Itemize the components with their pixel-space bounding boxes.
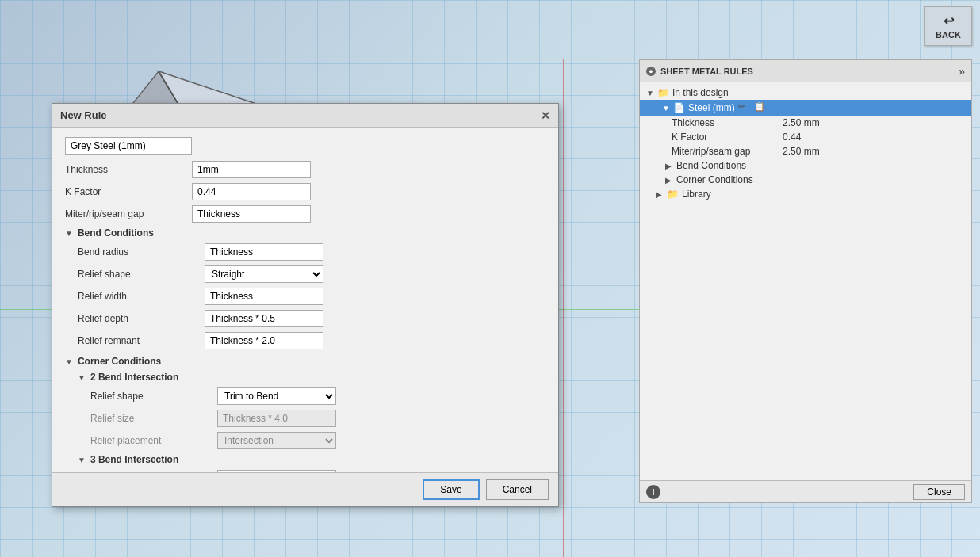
smr-library-arrow: ▶ [656, 190, 664, 199]
smr-library[interactable]: ▶ 📁 Library [640, 187, 971, 201]
relief-remnant-label: Relief remnant [78, 335, 205, 346]
smr-bend-arrow: ▶ [665, 162, 673, 170]
smr-info-bar: i Close [640, 480, 971, 502]
smr-kfactor-row: K Factor 0.44 [640, 130, 971, 144]
smr-thickness-value: 2.50 mm [783, 117, 820, 128]
dialog-titlebar: New Rule ✕ [52, 104, 558, 128]
smr-folder-icon: 📁 [657, 87, 669, 98]
relief-shape-select[interactable]: Straight Round Tear Square [205, 265, 323, 283]
two-bend-relief-shape-label: Relief shape [90, 391, 217, 402]
two-bend-relief-shape-select[interactable]: Trim to Bend Round Square No Relief [217, 387, 336, 405]
back-label: BACK [936, 30, 961, 40]
smr-panel-header: ● SHEET METAL RULES » [640, 60, 971, 82]
thickness-input[interactable] [192, 161, 311, 178]
miter-input[interactable] [192, 205, 311, 223]
smr-miter-label: Miter/rip/seam gap [672, 146, 783, 157]
bend-conditions-arrow: ▼ [65, 229, 73, 238]
thickness-label: Thickness [65, 164, 192, 175]
two-bend-section[interactable]: ▼ 2 Bend Intersection [78, 372, 546, 383]
cancel-button[interactable]: Cancel [486, 479, 549, 500]
two-bend-relief-size-label: Relief size [90, 413, 217, 424]
kfactor-row: K Factor [65, 183, 546, 200]
two-bend-arrow: ▼ [78, 373, 86, 382]
bend-conditions-content: Bend radius Relief shape Straight Round … [78, 243, 546, 349]
corner-conditions-content: ▼ 2 Bend Intersection Relief shape Trim … [78, 372, 546, 472]
relief-width-input[interactable] [205, 288, 323, 305]
relief-shape-row: Relief shape Straight Round Tear Square [78, 265, 546, 283]
rule-name-input[interactable] [65, 137, 192, 155]
relief-width-label: Relief width [78, 291, 205, 302]
smr-in-this-design[interactable]: ▼ 📁 In this design [640, 86, 971, 100]
smr-expand-button[interactable]: » [959, 65, 965, 78]
smr-info-icon: i [646, 485, 660, 499]
dialog-title: New Rule [60, 109, 107, 121]
dialog-close-button[interactable]: ✕ [541, 109, 550, 122]
sheet-metal-rules-panel: ● SHEET METAL RULES » ▼ 📁 In this design… [639, 59, 972, 503]
smr-corner-arrow: ▶ [665, 176, 673, 185]
two-bend-relief-size-input[interactable] [217, 410, 336, 427]
smr-tree: ▼ 📁 In this design ▼ 📄 Steel (mm) ✏ 📋 Th… [640, 82, 971, 480]
smr-library-label: Library [682, 189, 711, 200]
kfactor-input[interactable] [192, 183, 311, 200]
relief-width-row: Relief width [78, 288, 546, 305]
save-button[interactable]: Save [423, 479, 479, 500]
smr-kfactor-label: K Factor [672, 132, 783, 143]
smr-panel-title: SHEET METAL RULES [660, 67, 753, 76]
smr-pencil-icon[interactable]: ✏ [738, 101, 751, 114]
smr-in-this-design-label: In this design [672, 87, 729, 98]
smr-bend-conditions[interactable]: ▶ Bend Conditions [640, 158, 971, 173]
smr-steel-arrow: ▼ [662, 104, 670, 113]
smr-corner-conditions-label: Corner Conditions [676, 174, 753, 185]
two-bend-content: Relief shape Trim to Bend Round Square N… [90, 387, 546, 449]
smr-edit-icons: ✏ 📋 [738, 101, 767, 114]
corner-conditions-arrow: ▼ [65, 357, 73, 366]
smr-panel-icon: ● [646, 67, 656, 76]
relief-shape-label: Relief shape [78, 269, 205, 280]
smr-header-title-group: ● SHEET METAL RULES [646, 67, 753, 76]
new-rule-dialog: New Rule ✕ Thickness K Factor Miter/rip/… [52, 103, 559, 507]
back-arrow-icon: ↩ [944, 13, 954, 29]
dialog-content: Thickness K Factor Miter/rip/seam gap ▼ … [52, 128, 558, 472]
relief-depth-row: Relief depth [78, 310, 546, 327]
two-bend-relief-placement-row: Relief placement Intersection [90, 432, 546, 449]
relief-depth-input[interactable] [205, 310, 323, 327]
two-bend-relief-placement-select[interactable]: Intersection [217, 432, 336, 449]
smr-steel-mm[interactable]: ▼ 📄 Steel (mm) ✏ 📋 [640, 100, 971, 116]
smr-library-folder-icon: 📁 [667, 189, 679, 200]
miter-label: Miter/rip/seam gap [65, 208, 192, 219]
smr-copy-icon[interactable]: 📋 [754, 101, 767, 114]
kfactor-label: K Factor [65, 186, 192, 197]
smr-thickness-row: Thickness 2.50 mm [640, 116, 971, 130]
smr-miter-value: 2.50 mm [783, 146, 820, 157]
three-bend-label: 3 Bend Intersection [90, 454, 178, 465]
two-bend-relief-placement-label: Relief placement [90, 435, 217, 446]
corner-conditions-section[interactable]: ▼ Corner Conditions [65, 356, 546, 367]
smr-miter-row: Miter/rip/seam gap 2.50 mm [640, 144, 971, 158]
smr-thickness-label: Thickness [672, 117, 783, 128]
smr-steel-icon: 📄 [673, 102, 685, 113]
three-bend-arrow: ▼ [78, 456, 86, 464]
bend-radius-label: Bend radius [78, 246, 205, 258]
corner-conditions-title: Corner Conditions [78, 356, 161, 367]
two-bend-label: 2 Bend Intersection [90, 372, 178, 383]
smr-kfactor-value: 0.44 [783, 132, 801, 143]
smr-steel-label: Steel (mm) [688, 102, 735, 113]
smr-bend-conditions-label: Bend Conditions [676, 160, 746, 171]
miter-row: Miter/rip/seam gap [65, 205, 546, 223]
three-bend-section[interactable]: ▼ 3 Bend Intersection [78, 454, 546, 465]
axis-y-line [563, 59, 564, 557]
relief-depth-label: Relief depth [78, 313, 205, 324]
back-button[interactable]: ↩ BACK [924, 6, 972, 46]
smr-corner-conditions[interactable]: ▶ Corner Conditions [640, 173, 971, 187]
relief-remnant-row: Relief remnant [78, 332, 546, 349]
bend-conditions-title: Bend Conditions [78, 227, 154, 238]
relief-remnant-input[interactable] [205, 332, 323, 349]
two-bend-relief-size-row: Relief size [90, 410, 546, 427]
bend-conditions-section[interactable]: ▼ Bend Conditions [65, 227, 546, 238]
two-bend-relief-shape-row: Relief shape Trim to Bend Round Square N… [90, 387, 546, 405]
bend-radius-input[interactable] [205, 243, 323, 261]
smr-expand-arrow: ▼ [646, 89, 654, 97]
dialog-footer: Save Cancel [52, 472, 558, 506]
smr-close-button[interactable]: Close [913, 484, 965, 500]
bend-radius-row: Bend radius [78, 243, 546, 261]
